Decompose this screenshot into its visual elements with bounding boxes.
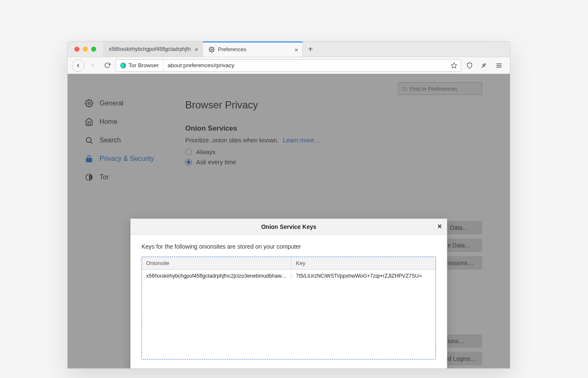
- dialog-footer: Remove Remove All: [131, 366, 447, 368]
- tab-preferences[interactable]: Preferences ×: [203, 42, 303, 57]
- close-tab-icon[interactable]: ×: [294, 46, 298, 53]
- maximize-window-button[interactable]: [91, 47, 96, 52]
- url-text: about:preferences#privacy: [163, 62, 447, 68]
- url-bar[interactable]: Tor Browser about:preferences#privacy: [116, 59, 461, 72]
- onion-keys-dialog: Onion Service Keys × Keys for the follow…: [130, 218, 447, 368]
- identity-box[interactable]: Tor Browser: [116, 60, 163, 71]
- onion-identity-icon: [120, 63, 126, 68]
- close-tab-icon[interactable]: ×: [194, 46, 198, 53]
- shield-icon[interactable]: [464, 60, 475, 71]
- dialog-title: Onion Service Keys: [261, 223, 317, 230]
- tab-label: Preferences: [218, 47, 292, 52]
- dialog-intro: Keys for the following onionsites are st…: [142, 243, 436, 250]
- nav-toolbar: Tor Browser about:preferences#privacy: [68, 57, 510, 74]
- identity-label: Tor Browser: [129, 62, 159, 68]
- back-button[interactable]: [72, 59, 84, 72]
- minimize-window-button[interactable]: [83, 47, 88, 52]
- browser-window: x56fxxskirhybchgpof45flgctadrphjfn × Pre…: [67, 41, 510, 369]
- close-dialog-icon[interactable]: ×: [437, 222, 442, 231]
- svg-point-0: [211, 49, 213, 50]
- tab-strip: x56fxxskirhybchgpof45flgctadrphjfn × Pre…: [68, 42, 510, 57]
- table-header: Onionsite Key: [142, 257, 436, 270]
- tab-label: x56fxxskirhybchgpof45flgctadrphjfn: [109, 46, 192, 52]
- keys-table[interactable]: Onionsite Key x56fxxskirhybchgpof45flgct…: [142, 257, 436, 360]
- cell-key: 7t5/LiUrzNCiWSTl/ppxhwWoG+7zqi+rZJlZHPVZ…: [291, 273, 436, 279]
- tab-onionsite[interactable]: x56fxxskirhybchgpof45flgctadrphjfn ×: [103, 42, 203, 57]
- table-row[interactable]: x56fxxskirhybchgpof45flgctadrphjfnc2jclz…: [142, 270, 436, 282]
- gear-icon: [209, 47, 215, 52]
- app-menu-button[interactable]: [492, 62, 506, 69]
- bookmark-star-icon[interactable]: [451, 62, 457, 69]
- new-tab-button[interactable]: +: [303, 42, 318, 57]
- col-key[interactable]: Key: [291, 257, 436, 269]
- dialog-header: Onion Service Keys ×: [131, 219, 447, 235]
- security-level-icon[interactable]: [478, 60, 490, 71]
- close-window-button[interactable]: [74, 47, 79, 52]
- window-controls: [68, 42, 103, 57]
- reload-button[interactable]: [101, 60, 113, 71]
- svg-marker-1: [451, 63, 457, 68]
- cell-onionsite: x56fxxskirhybchgpof45flgctadrphjfnc2jclz…: [142, 273, 291, 279]
- forward-button[interactable]: [87, 60, 99, 71]
- col-onionsite[interactable]: Onionsite: [142, 257, 291, 269]
